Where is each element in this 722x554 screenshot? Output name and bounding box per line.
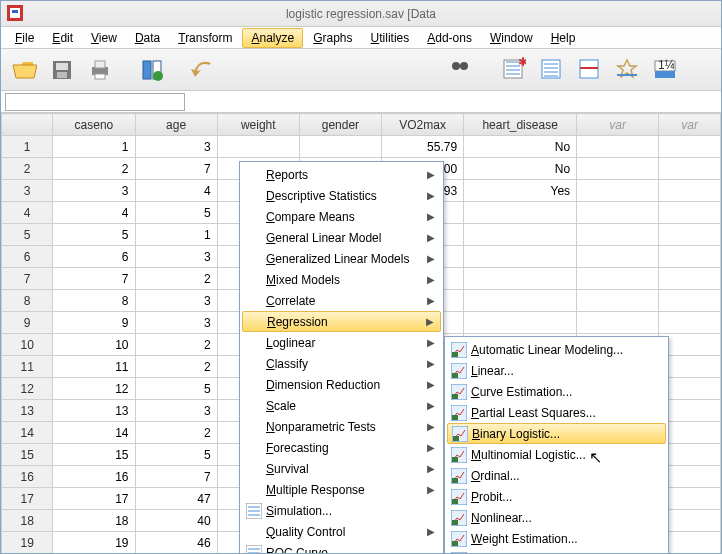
regression-item--stage-least-squares-[interactable]: 2-Stage Least Squares... bbox=[447, 549, 666, 554]
analyze-item-general-linear-model[interactable]: General Linear Model▶ bbox=[242, 227, 441, 248]
cell-heart-disease[interactable]: Yes bbox=[464, 180, 577, 202]
cell-caseno[interactable]: 13 bbox=[53, 400, 135, 422]
cell-empty[interactable] bbox=[659, 290, 721, 312]
open-button[interactable] bbox=[7, 53, 41, 87]
undo-button[interactable] bbox=[187, 53, 221, 87]
regression-item-weight-estimation-[interactable]: Weight Estimation... bbox=[447, 528, 666, 549]
cell-caseno[interactable]: 6 bbox=[53, 246, 135, 268]
analyze-item-descriptive-statistics[interactable]: Descriptive Statistics▶ bbox=[242, 185, 441, 206]
menu-view[interactable]: View bbox=[83, 29, 125, 47]
split-file-button[interactable] bbox=[534, 52, 568, 86]
menu-data[interactable]: Data bbox=[127, 29, 168, 47]
cell-age[interactable]: 2 bbox=[135, 356, 217, 378]
row-number[interactable]: 16 bbox=[2, 466, 53, 488]
save-button[interactable] bbox=[45, 53, 79, 87]
cell-caseno[interactable]: 8 bbox=[53, 290, 135, 312]
row-number[interactable]: 8 bbox=[2, 290, 53, 312]
cell-empty[interactable] bbox=[577, 290, 659, 312]
analyze-item-compare-means[interactable]: Compare Means▶ bbox=[242, 206, 441, 227]
cell-empty[interactable] bbox=[659, 136, 721, 158]
analyze-item-loglinear[interactable]: Loglinear▶ bbox=[242, 332, 441, 353]
column-header-caseno-0[interactable]: caseno bbox=[53, 114, 135, 136]
cell-age[interactable]: 4 bbox=[135, 180, 217, 202]
weight-cases-button[interactable] bbox=[572, 52, 606, 86]
cell-caseno[interactable]: 3 bbox=[53, 180, 135, 202]
cell-empty[interactable] bbox=[577, 268, 659, 290]
row-number[interactable]: 9 bbox=[2, 312, 53, 334]
row-number[interactable]: 15 bbox=[2, 444, 53, 466]
row-number[interactable]: 4 bbox=[2, 202, 53, 224]
regression-item-nonlinear-[interactable]: Nonlinear... bbox=[447, 507, 666, 528]
cell-heart-disease[interactable] bbox=[464, 246, 577, 268]
analyze-item-quality-control[interactable]: Quality Control▶ bbox=[242, 521, 441, 542]
cell-empty[interactable] bbox=[577, 312, 659, 334]
menu-utilities[interactable]: Utilities bbox=[363, 29, 418, 47]
cell-caseno[interactable]: 17 bbox=[53, 488, 135, 510]
row-number[interactable]: 12 bbox=[2, 378, 53, 400]
row-number[interactable]: 10 bbox=[2, 334, 53, 356]
row-number[interactable]: 6 bbox=[2, 246, 53, 268]
analyze-item-multiple-response[interactable]: Multiple Response▶ bbox=[242, 479, 441, 500]
row-number[interactable]: 7 bbox=[2, 268, 53, 290]
row-number[interactable]: 13 bbox=[2, 400, 53, 422]
value-labels-button[interactable]: 1¼ bbox=[648, 52, 682, 86]
analyze-item-forecasting[interactable]: Forecasting▶ bbox=[242, 437, 441, 458]
cell-empty[interactable] bbox=[659, 312, 721, 334]
regression-item-partial-least-squares-[interactable]: Partial Least Squares... bbox=[447, 402, 666, 423]
cell-heart-disease[interactable]: No bbox=[464, 158, 577, 180]
cell-empty[interactable] bbox=[577, 224, 659, 246]
cell-age[interactable]: 3 bbox=[135, 136, 217, 158]
cell-age[interactable]: 3 bbox=[135, 400, 217, 422]
cell-empty[interactable] bbox=[659, 158, 721, 180]
cell-heart-disease[interactable] bbox=[464, 268, 577, 290]
cell-age[interactable]: 7 bbox=[135, 466, 217, 488]
column-header-VO2max-4[interactable]: VO2max bbox=[381, 114, 463, 136]
cell-empty[interactable] bbox=[577, 202, 659, 224]
cell-empty[interactable] bbox=[577, 136, 659, 158]
cell-heart-disease[interactable] bbox=[464, 312, 577, 334]
menu-edit[interactable]: Edit bbox=[44, 29, 81, 47]
row-number[interactable]: 19 bbox=[2, 532, 53, 554]
analyze-item-nonparametric-tests[interactable]: Nonparametric Tests▶ bbox=[242, 416, 441, 437]
column-header-var-7[interactable]: var bbox=[659, 114, 721, 136]
cell-caseno[interactable]: 2 bbox=[53, 158, 135, 180]
analyze-item-roc-curve-[interactable]: ROC Curve... bbox=[242, 542, 441, 554]
regression-item-curve-estimation-[interactable]: Curve Estimation... bbox=[447, 381, 666, 402]
cell-empty[interactable] bbox=[659, 202, 721, 224]
cell-age[interactable]: 2 bbox=[135, 334, 217, 356]
menu-file[interactable]: File bbox=[7, 29, 42, 47]
analyze-item-scale[interactable]: Scale▶ bbox=[242, 395, 441, 416]
print-button[interactable] bbox=[83, 53, 117, 87]
analyze-item-classify[interactable]: Classify▶ bbox=[242, 353, 441, 374]
insert-cases-button[interactable]: ✱ bbox=[496, 52, 530, 86]
regression-item-multinomial-logistic-[interactable]: Multinomial Logistic... bbox=[447, 444, 666, 465]
column-header-weight-2[interactable]: weight bbox=[217, 114, 299, 136]
row-number[interactable]: 18 bbox=[2, 510, 53, 532]
select-cases-button[interactable] bbox=[610, 52, 644, 86]
menu-transform[interactable]: Transform bbox=[170, 29, 240, 47]
menu-help[interactable]: Help bbox=[543, 29, 584, 47]
cell-empty[interactable] bbox=[659, 224, 721, 246]
row-number[interactable]: 17 bbox=[2, 488, 53, 510]
cell-caseno[interactable]: 15 bbox=[53, 444, 135, 466]
column-header-heart_disease-5[interactable]: heart_disease bbox=[464, 114, 577, 136]
analyze-item-dimension-reduction[interactable]: Dimension Reduction▶ bbox=[242, 374, 441, 395]
cell-caseno[interactable]: 14 bbox=[53, 422, 135, 444]
cell-vo2max[interactable]: 55.79 bbox=[381, 136, 463, 158]
cell-caseno[interactable]: 18 bbox=[53, 510, 135, 532]
menu-analyze[interactable]: Analyze bbox=[242, 28, 303, 48]
find-button[interactable] bbox=[444, 52, 478, 86]
analyze-item-survival[interactable]: Survival▶ bbox=[242, 458, 441, 479]
cell-age[interactable]: 5 bbox=[135, 444, 217, 466]
cell-caseno[interactable]: 7 bbox=[53, 268, 135, 290]
regression-item-binary-logistic-[interactable]: Binary Logistic... bbox=[447, 423, 666, 444]
variables-button[interactable] bbox=[135, 53, 169, 87]
regression-item-ordinal-[interactable]: Ordinal... bbox=[447, 465, 666, 486]
analyze-item-correlate[interactable]: Correlate▶ bbox=[242, 290, 441, 311]
row-number[interactable]: 1 bbox=[2, 136, 53, 158]
menu-window[interactable]: Window bbox=[482, 29, 541, 47]
cell-age[interactable]: 2 bbox=[135, 268, 217, 290]
cell-empty[interactable] bbox=[659, 246, 721, 268]
cell-caseno[interactable]: 1 bbox=[53, 136, 135, 158]
cell-age[interactable]: 46 bbox=[135, 532, 217, 554]
